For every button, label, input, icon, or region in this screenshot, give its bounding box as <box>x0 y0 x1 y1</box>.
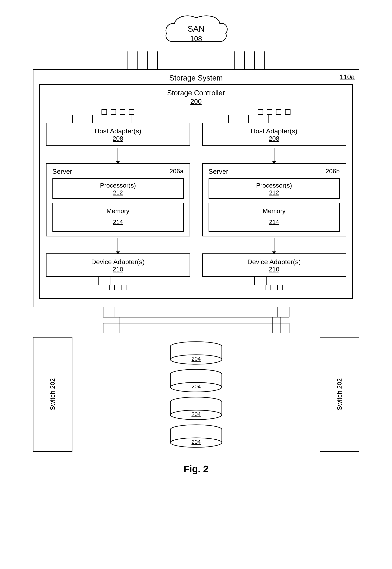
storage-controller-box: Storage Controller 200 <box>39 84 353 299</box>
server-column-left: Host Adapter(s) 208 Server 206a <box>46 109 190 290</box>
disks-container: 204 204 <box>72 337 320 452</box>
right-processor-box: Processor(s) 212 <box>209 178 340 199</box>
right-switch-box: 202 Switch <box>320 337 359 452</box>
right-server-label-row: Server 206b <box>209 167 340 175</box>
port-4 <box>129 109 134 115</box>
left-arrow-ha-to-server <box>118 148 118 161</box>
disk-1: 204 <box>168 341 224 365</box>
disk-2-ref: 204 <box>191 383 201 389</box>
san-to-storage-lines <box>33 51 359 69</box>
san-cloud-container: SAN 108 <box>28 12 364 51</box>
storage-system-box: Storage System 110a Storage Controller 2… <box>33 69 359 307</box>
disk-4-svg: 204 <box>168 424 224 448</box>
storage-system-label: Storage System <box>39 74 353 82</box>
servers-row: Host Adapter(s) 208 Server 206a <box>46 109 346 290</box>
left-bottom-ports-line <box>46 277 190 285</box>
disk-2: 204 <box>168 369 224 392</box>
right-line-to-ha <box>202 115 346 123</box>
disk-1-ref: 204 <box>191 356 201 362</box>
left-da-ref: 210 <box>52 266 184 273</box>
right-arrow-server-to-da <box>274 238 274 252</box>
figure-label: Fig. 2 <box>184 464 208 474</box>
right-memory-box: Memory 214 <box>209 203 340 232</box>
right-port-row-top <box>202 109 346 115</box>
left-server-label-row: Server 206a <box>52 167 184 175</box>
right-device-adapter-box: Device Adapter(s) 210 <box>202 253 346 277</box>
left-server-ref: 206a <box>169 167 183 175</box>
left-port-row-top <box>46 109 190 115</box>
bottom-section: 202 Switch 204 <box>33 337 359 452</box>
storage-controller-ref: 200 <box>46 97 346 105</box>
storage-controller-label: Storage Controller <box>46 89 346 97</box>
port-da-left-2 <box>121 285 126 290</box>
right-switch-label: Switch <box>336 390 343 410</box>
disk-2-svg: 204 <box>168 369 224 392</box>
disk-4: 204 <box>168 424 224 448</box>
disk-3: 204 <box>168 396 224 420</box>
port-r2 <box>267 109 272 115</box>
right-server-ref: 206b <box>325 167 340 175</box>
left-switch-label: Switch <box>49 390 56 410</box>
left-line-to-ha <box>46 115 190 123</box>
port-1 <box>101 109 107 115</box>
right-host-adapter-box: Host Adapter(s) 208 <box>202 123 346 146</box>
left-ha-label: Host Adapter(s) <box>52 127 184 135</box>
port-r1 <box>258 109 263 115</box>
port-r4 <box>285 109 291 115</box>
right-switch-ref: 202 <box>336 378 343 389</box>
right-memory-ref: 214 <box>213 219 335 225</box>
disk-4-ref: 204 <box>191 439 201 445</box>
left-server-box: Server 206a Processor(s) 212 Memory <box>46 163 190 236</box>
left-processor-ref: 212 <box>57 189 179 196</box>
disk-3-svg: 204 <box>168 396 224 420</box>
left-arrow-server-to-da <box>118 238 118 252</box>
left-memory-label: Memory <box>57 207 179 215</box>
san-label: SAN <box>187 24 204 33</box>
left-server-label: Server <box>52 167 72 175</box>
left-processor-label: Processor(s) <box>57 182 179 189</box>
right-port-row-bottom <box>266 285 282 290</box>
left-device-adapter-box: Device Adapter(s) 210 <box>46 253 190 277</box>
port-da-right-1 <box>266 285 271 290</box>
storage-system-ref: 110a <box>340 73 355 81</box>
da-to-switch-lines <box>33 307 359 333</box>
san-ref: 108 <box>190 35 202 43</box>
left-processor-box: Processor(s) 212 <box>52 178 184 199</box>
right-ha-label: Host Adapter(s) <box>209 127 340 135</box>
port-da-right-2 <box>277 285 282 290</box>
disk-3-ref: 204 <box>191 411 201 417</box>
left-switch-box: 202 Switch <box>33 337 72 452</box>
diagram-wrapper: SAN 108 Storage System 110a Storage Cont… <box>28 12 364 452</box>
right-ha-ref: 208 <box>209 135 340 142</box>
left-host-adapter-box: Host Adapter(s) 208 <box>46 123 190 146</box>
right-da-label: Device Adapter(s) <box>209 258 340 266</box>
right-bottom-ports-line <box>202 277 346 285</box>
left-ha-ref: 208 <box>52 135 184 142</box>
right-memory-label: Memory <box>213 207 335 215</box>
port-3 <box>120 109 125 115</box>
san-cloud-svg: SAN 108 <box>162 12 230 51</box>
right-processor-label: Processor(s) <box>213 182 335 189</box>
right-da-ref: 210 <box>209 266 340 273</box>
left-switch-ref: 202 <box>49 378 56 389</box>
left-port-row-bottom <box>110 285 126 290</box>
port-r3 <box>276 109 281 115</box>
port-2 <box>111 109 116 115</box>
left-da-label: Device Adapter(s) <box>52 258 184 266</box>
disk-1-svg: 204 <box>168 341 224 365</box>
right-server-box: Server 206b Processor(s) 212 Memory <box>202 163 346 236</box>
server-column-right: Host Adapter(s) 208 Server 206b <box>202 109 346 290</box>
right-processor-ref: 212 <box>213 189 335 196</box>
port-da-left-1 <box>110 285 115 290</box>
page-container: SAN 108 Storage System 110a Storage Cont… <box>0 0 392 569</box>
right-arrow-ha-to-server <box>274 148 274 161</box>
left-memory-ref: 214 <box>57 219 179 225</box>
right-server-label: Server <box>209 167 228 175</box>
left-memory-box: Memory 214 <box>52 203 184 232</box>
